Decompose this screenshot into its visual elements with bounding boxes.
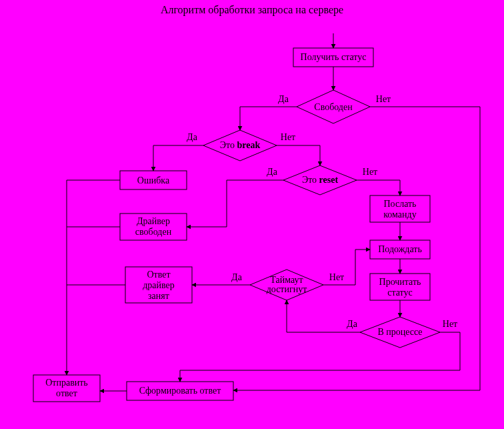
text-send-1: Послать (383, 199, 416, 209)
label-free-yes: Да (278, 94, 289, 104)
node-error: Ошибка (120, 171, 187, 189)
edge-break-no (277, 145, 320, 165)
edge-break-yes (153, 145, 203, 171)
text-busy-2: драйвер (143, 280, 175, 290)
node-is-break: Это break (203, 130, 277, 161)
label-break-yes: Да (187, 132, 198, 142)
label-reset-yes: Да (267, 167, 278, 177)
text-timeout-1: Таймаут (270, 275, 303, 285)
text-send-2: команду (383, 209, 416, 220)
edge-error-down (67, 180, 120, 375)
edge-free-yes (240, 107, 297, 130)
label-timeout-no: Нет (329, 272, 344, 282)
node-driver-free: Драйвер свободен (120, 213, 187, 240)
label-reset-no: Нет (363, 167, 377, 177)
node-read-status: Прочитать статус (370, 274, 430, 300)
edge-reset-yes (187, 180, 283, 227)
text-timeout-2: достигнут (267, 284, 307, 294)
text-sendans-2: ответ (56, 388, 77, 398)
text-read-1: Прочитать (379, 277, 421, 287)
text-driver-free-2: свободен (135, 227, 172, 237)
text-error: Ошибка (137, 175, 170, 185)
label-timeout-yes: Да (231, 272, 243, 282)
node-timeout: Таймаут достигнут (250, 270, 323, 300)
edge-free-no (233, 107, 480, 390)
text-sendans-1: Отправить (45, 378, 88, 388)
text-busy-1: Ответ (147, 270, 170, 280)
label-free-no: Нет (376, 94, 391, 104)
node-send-answer: Отправить ответ (33, 375, 100, 402)
node-in-progress: В процессе (360, 317, 440, 348)
node-get-status: Получить статус (293, 48, 373, 67)
label-break-no: Нет (281, 132, 295, 142)
node-wait: Подождать (370, 240, 430, 259)
text-get-status: Получить статус (301, 52, 367, 62)
node-form-answer: Сформировать ответ (127, 382, 233, 400)
label-inprog-no: Нет (443, 319, 457, 329)
edge-reset-no (357, 180, 400, 195)
text-wait: Подождать (378, 244, 422, 254)
text-free: Свободен (314, 102, 353, 112)
node-send-cmd: Послать команду (370, 195, 430, 222)
diagram-title: Алгоритм обработки запроса на сервере (161, 4, 343, 16)
label-inprog-yes: Да (347, 319, 358, 329)
text-form-answer: Сформировать ответ (139, 386, 221, 396)
text-is-reset: Это reset (302, 175, 339, 185)
node-free: Свободен (297, 90, 370, 123)
text-busy-3: занят (148, 291, 169, 301)
text-is-break: Это break (220, 140, 261, 150)
edge-inprog-no (180, 332, 460, 382)
text-driver-free-1: Драйвер (137, 216, 170, 226)
node-busy: Ответ драйвер занят (125, 267, 192, 303)
text-read-2: статус (387, 288, 413, 298)
node-is-reset: Это reset (283, 165, 357, 195)
text-in-progress: В процессе (377, 327, 422, 337)
